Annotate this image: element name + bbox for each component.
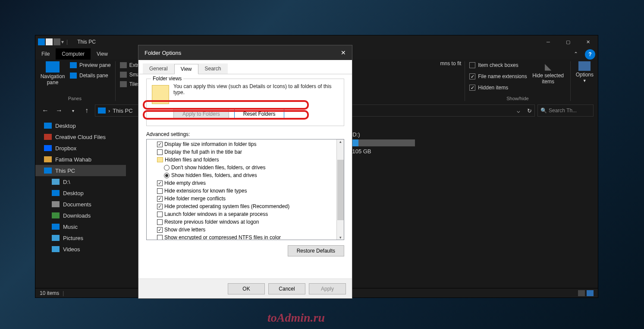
dialog-tab-search[interactable]: Search bbox=[198, 63, 228, 74]
cancel-button[interactable]: Cancel bbox=[268, 283, 305, 294]
showhide-group-label: Show/hide bbox=[468, 96, 566, 102]
sidebar-item-creative-cloud[interactable]: Creative Cloud Files bbox=[35, 131, 126, 142]
checkbox-icon[interactable]: ✓ bbox=[157, 142, 163, 147]
radio-icon[interactable] bbox=[164, 173, 170, 178]
sidebar-item-downloads[interactable]: Downloads bbox=[35, 210, 126, 221]
layout-extra-large[interactable]: Extn bbox=[119, 60, 141, 70]
folder-icon[interactable] bbox=[53, 38, 60, 45]
advanced-setting-item[interactable]: ✓Show drive letters bbox=[147, 226, 336, 234]
checkbox-icon[interactable] bbox=[157, 212, 163, 217]
advanced-setting-item[interactable]: Display the full path in the title bar bbox=[147, 148, 336, 156]
scroll-up-icon[interactable]: ▴ bbox=[339, 139, 342, 144]
scroll-down-icon[interactable]: ▾ bbox=[339, 235, 342, 240]
sidebar-item-dropbox[interactable]: Dropbox bbox=[35, 142, 126, 154]
sidebar-item-user[interactable]: Fatima Wahab bbox=[35, 154, 126, 165]
setting-label: Display the full path in the title bar bbox=[164, 149, 242, 155]
setting-label: Display file size information in folder … bbox=[164, 141, 256, 147]
advanced-settings-items[interactable]: ✓Display file size information in folder… bbox=[147, 139, 336, 240]
checkbox-icon[interactable] bbox=[157, 219, 163, 225]
icons-view-button[interactable] bbox=[587, 290, 594, 296]
item-check-boxes-toggle[interactable]: Item check boxes bbox=[468, 60, 528, 70]
watermark: toAdmin.ru bbox=[267, 311, 325, 325]
checkbox-icon[interactable]: ✓ bbox=[157, 196, 163, 202]
tab-view[interactable]: View bbox=[91, 48, 114, 60]
address-path[interactable]: This PC bbox=[113, 108, 132, 114]
restore-defaults-button[interactable]: Restore Defaults bbox=[288, 245, 344, 256]
properties-icon[interactable] bbox=[46, 38, 53, 45]
details-pane-icon bbox=[70, 73, 77, 79]
advanced-setting-item[interactable]: Hidden files and folders bbox=[147, 156, 336, 164]
hidden-items-toggle[interactable]: ✓Hidden items bbox=[468, 83, 528, 92]
checkbox-icon[interactable]: ✓ bbox=[157, 227, 163, 233]
ribbon-collapse-button[interactable]: ⌃ bbox=[569, 48, 582, 60]
preview-pane-button[interactable]: Preview pane bbox=[69, 60, 112, 70]
layout-small[interactable]: Sma bbox=[119, 70, 141, 79]
sidebar-item-desktop[interactable]: Desktop bbox=[35, 120, 126, 131]
advanced-scrollbar[interactable]: ▴ ▾ bbox=[336, 139, 344, 240]
setting-label: Hide extensions for known file types bbox=[164, 188, 247, 194]
radio-icon[interactable] bbox=[164, 165, 170, 171]
advanced-setting-item[interactable]: ✓Hide folder merge conflicts bbox=[147, 195, 336, 202]
breadcrumb-chevron[interactable]: › bbox=[108, 108, 110, 114]
chevron-down-icon: ▼ bbox=[583, 79, 587, 83]
hide-selected-items-button[interactable]: ◣ Hide selected items bbox=[530, 60, 567, 85]
checkbox-icon[interactable] bbox=[157, 188, 163, 194]
dialog-close-button[interactable]: ✕ bbox=[341, 49, 346, 56]
details-view-button[interactable] bbox=[578, 290, 585, 296]
minimize-button[interactable]: ─ bbox=[538, 35, 558, 48]
sidebar-item-desktop2[interactable]: Desktop bbox=[35, 187, 126, 199]
checkbox-icon[interactable]: ✓ bbox=[157, 204, 163, 209]
checkbox-icon[interactable] bbox=[157, 149, 163, 155]
sidebar-item-videos[interactable]: Videos bbox=[35, 244, 126, 255]
address-dropdown[interactable]: ⌵ bbox=[517, 108, 520, 114]
advanced-setting-item[interactable]: ✓Display file size information in folder… bbox=[147, 140, 336, 148]
advanced-settings-label: Advanced settings: bbox=[146, 131, 344, 137]
drive-usage-bar bbox=[346, 139, 415, 146]
folder-views-legend: Folder views bbox=[151, 76, 183, 82]
up-button[interactable]: ↑ bbox=[81, 107, 92, 114]
checkbox-icon[interactable]: ✓ bbox=[157, 180, 163, 186]
dialog-titlebar: Folder Options ✕ bbox=[138, 45, 352, 60]
ok-button[interactable]: OK bbox=[228, 283, 265, 294]
tab-computer[interactable]: Computer bbox=[56, 48, 91, 60]
advanced-setting-item[interactable]: ✓Hide empty drives bbox=[147, 179, 336, 187]
reset-folders-button[interactable]: Reset Folders bbox=[234, 108, 285, 120]
sidebar-item-d-drive[interactable]: D:\ bbox=[35, 176, 126, 187]
details-pane-button[interactable]: Details pane bbox=[69, 71, 112, 80]
qat-dropdown-icon[interactable]: ▾ bbox=[61, 39, 64, 45]
advanced-setting-item[interactable]: Hide extensions for known file types bbox=[147, 187, 336, 195]
dialog-tab-view[interactable]: View bbox=[174, 64, 198, 74]
file-name-extensions-toggle[interactable]: ✓File name extensions bbox=[468, 72, 528, 81]
advanced-setting-item[interactable]: Restore previous folder windows at logon bbox=[147, 218, 336, 226]
maximize-button[interactable]: ▢ bbox=[558, 35, 578, 48]
computer-icon bbox=[98, 108, 106, 114]
checkbox-icon[interactable] bbox=[157, 235, 163, 240]
sidebar-item-music[interactable]: Music bbox=[35, 221, 126, 232]
search-box[interactable]: 🔍 Search Th... bbox=[537, 104, 594, 117]
help-button[interactable]: ? bbox=[585, 49, 595, 60]
history-dropdown[interactable]: ▾ bbox=[67, 108, 79, 113]
close-button[interactable]: ✕ bbox=[578, 35, 598, 48]
advanced-setting-item[interactable]: ✓Hide protected operating system files (… bbox=[147, 202, 336, 210]
dialog-tab-general[interactable]: General bbox=[143, 63, 174, 74]
size-columns-to-fit[interactable]: mns to fit bbox=[440, 60, 462, 66]
folder-icon bbox=[157, 157, 163, 162]
setting-label: Hidden files and folders bbox=[165, 157, 219, 163]
drive-icon bbox=[52, 179, 60, 185]
advanced-setting-item[interactable]: Don't show hidden files, folders, or dri… bbox=[147, 164, 336, 171]
forward-button[interactable]: → bbox=[53, 107, 65, 114]
scroll-thumb[interactable] bbox=[337, 160, 344, 220]
advanced-setting-item[interactable]: Show encrypted or compressed NTFS files … bbox=[147, 234, 336, 240]
layout-tiles[interactable]: Tiles bbox=[119, 79, 141, 89]
back-button[interactable]: ← bbox=[40, 107, 51, 114]
sidebar-item-this-pc[interactable]: This PC bbox=[35, 165, 126, 176]
options-button[interactable]: Options ▼ bbox=[574, 60, 595, 84]
tab-file[interactable]: File bbox=[35, 48, 56, 60]
drive-label[interactable]: e (D:) bbox=[346, 131, 415, 138]
refresh-button[interactable]: ↻ bbox=[527, 108, 532, 114]
advanced-setting-item[interactable]: Launch folder windows in a separate proc… bbox=[147, 210, 336, 218]
advanced-setting-item[interactable]: Show hidden files, folders, and drives bbox=[147, 171, 336, 179]
sidebar-item-pictures[interactable]: Pictures bbox=[35, 232, 126, 244]
sidebar-item-documents[interactable]: Documents bbox=[35, 199, 126, 210]
navigation-pane-button[interactable]: Navigation pane bbox=[38, 60, 67, 86]
